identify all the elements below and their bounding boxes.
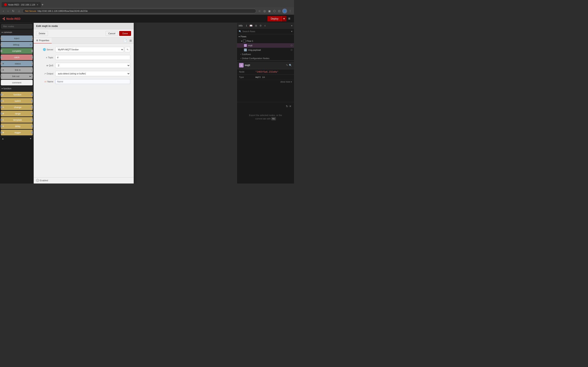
search-flows-bar: 🔍 ▾ — [237, 29, 294, 34]
home-button[interactable]: ⌂ — [17, 8, 21, 13]
node-comment[interactable]: comment — [1, 80, 33, 85]
msgpayload-tree-item[interactable]: ≡ msg.payload — [237, 48, 294, 52]
mqtt-tree-icon: )) — [244, 44, 247, 47]
filter-nodes-input[interactable] — [1, 24, 32, 29]
node-function[interactable]: ƒ function — [1, 92, 33, 98]
node-link-out[interactable]: link out ▶ — [1, 73, 33, 79]
mqtt-tree-label: mqtt — [248, 44, 252, 47]
edit-dialog-actions: Cancel Done — [105, 31, 131, 36]
name-field[interactable] — [55, 79, 130, 84]
rss-icon[interactable]: ◼ — [268, 8, 272, 13]
grid-icon-btn[interactable]: ⊞ — [254, 24, 258, 28]
enabled-checkbox[interactable]: ○ Enabled — [36, 179, 48, 182]
search-flows-input[interactable] — [242, 30, 291, 33]
back-button[interactable]: ‹ — [2, 8, 5, 13]
show-more-btn[interactable]: show more ▾ — [237, 80, 294, 84]
settings-icon-btn[interactable]: ⚙ — [259, 24, 263, 28]
node-switch[interactable]: ⊙ switch — [1, 98, 33, 104]
cancel-button[interactable]: Cancel — [105, 31, 118, 36]
profile-icon[interactable]: ⊡ — [277, 8, 281, 13]
tab-close-btn[interactable]: ✕ — [36, 3, 38, 6]
msgpayload-tree-label: msg.payload — [248, 49, 261, 51]
topic-field[interactable] — [55, 55, 130, 60]
node-trigger[interactable]: ⊠ trigger — [1, 130, 33, 135]
tab-title: Node-RED : 192.168.1.126 — [8, 3, 35, 6]
new-tab-button[interactable]: + — [41, 2, 44, 7]
right-panel-icons: ℹ 📖 ⊞ ⚙ ≡ — [245, 24, 267, 28]
msgpayload-tree-dot — [291, 49, 292, 51]
export-close-icon[interactable]: ✕ — [289, 105, 292, 108]
right-dropdown-button[interactable]: ▾ — [291, 24, 292, 27]
subflows-label: Subflows — [242, 53, 251, 55]
palette-nav-down[interactable]: ▼ — [29, 137, 32, 140]
right-panel-header: info ℹ 📖 ⊞ ⚙ ≡ ▾ — [237, 23, 294, 29]
reload-button[interactable]: ↻ — [11, 8, 16, 13]
subflows-item[interactable]: › Subflows — [237, 52, 294, 56]
edit-dialog-title: Edit mqtt in node — [36, 25, 58, 27]
delete-button[interactable]: Delete — [36, 31, 48, 36]
global-config-item[interactable]: › Global Configuration Nodes — [237, 56, 294, 60]
global-config-arrow: › — [240, 57, 241, 59]
delay-port-left — [1, 125, 2, 127]
edit-form: 🌐 Server MyRPi-MQTT-broker ✎ — [34, 44, 134, 87]
catch-port-right — [31, 56, 33, 58]
user-avatar[interactable]: 👤 — [282, 8, 287, 13]
hamburger-menu-button[interactable]: ≡ — [286, 17, 292, 21]
address-bar[interactable]: Not Secure http://192.168.1.126:1880/#fl… — [22, 9, 256, 13]
extension-icon[interactable]: ⬡ — [272, 8, 277, 13]
server-select[interactable]: MyRPi-MQTT-broker — [55, 47, 124, 52]
output-select[interactable]: auto-detect (string or buffer) — [55, 71, 130, 76]
menu-icon[interactable]: ⋮ — [288, 8, 292, 13]
bookmark-icon[interactable]: ☆ — [258, 8, 262, 13]
common-section-header[interactable]: ▾ common — [0, 30, 34, 35]
node-debug[interactable]: debug ≡ — [1, 42, 33, 48]
info-tab-label: info — [239, 24, 242, 27]
book-icon-btn[interactable]: 📖 — [249, 24, 254, 28]
forward-button[interactable]: › — [6, 8, 10, 13]
toolbar-icons: ☆ ◎ ◼ ⬡ ⊡ 👤 ⋮ — [258, 8, 292, 13]
list-icon-btn[interactable]: ≡ — [263, 24, 267, 28]
node-complete[interactable]: complete — [1, 48, 33, 54]
info-search-icon-btn[interactable]: 🔍 — [289, 64, 292, 67]
qos-select[interactable]: 2 — [55, 63, 130, 68]
function-section-label: function — [3, 87, 11, 90]
function-section-header[interactable]: ▾ function — [0, 86, 34, 91]
node-template[interactable]: {} template — [1, 117, 33, 123]
flows-tree: ▾ Flows ▾ Flow 1 )) mqtt — [237, 34, 294, 60]
node-status[interactable]: ⊕ status — [1, 61, 33, 67]
debug-port-left — [1, 44, 2, 46]
edit-description-icon[interactable]: 📄 — [123, 39, 128, 43]
node-delay[interactable]: ⊘ delay — [1, 123, 33, 129]
info-edit-icon-btn[interactable]: ✎ — [286, 64, 288, 67]
trigger-port-right — [31, 132, 33, 133]
function-port-right — [31, 94, 33, 96]
url-display: http://192.168.1.126:1880/#flow/3da19240… — [38, 10, 88, 12]
server-edit-button[interactable]: ✎ — [125, 47, 130, 52]
edit-appearance-icon[interactable]: ⊞ — [129, 39, 133, 43]
export-refresh-icon[interactable]: ↻ — [286, 105, 288, 108]
active-tab[interactable]: Node-RED : 192.168.1.126 ✕ — [2, 2, 41, 7]
palette-nav-up[interactable]: ▲ — [2, 137, 4, 140]
node-inject[interactable]: inject — [1, 35, 33, 41]
flows-section-header[interactable]: ▾ Flows — [237, 34, 294, 39]
node-range[interactable]: ⊞ range — [1, 111, 33, 117]
range-port-left — [1, 113, 2, 115]
deploy-dropdown-button[interactable]: ▾ — [282, 16, 286, 21]
done-button[interactable]: Done — [119, 31, 131, 36]
info-node-row: Node "2465f5a6.232a0a" — [237, 69, 294, 75]
info-icon-btn[interactable]: ℹ — [245, 24, 248, 28]
range-port-right — [31, 113, 33, 115]
search-dropdown-icon[interactable]: ▾ — [291, 30, 292, 33]
node-catch[interactable]: catch — [1, 54, 33, 60]
type-val: mqtt in — [253, 75, 294, 80]
output-row: ↗ Output auto-detect (string or buffer) — [37, 71, 130, 76]
app: ⊰ Node-RED Deploy ▾ ≡ ▾ common — [0, 15, 294, 184]
node-change[interactable]: ⊙ change — [1, 104, 33, 110]
circle-icon[interactable]: ◎ — [263, 8, 267, 13]
common-section-label: common — [3, 31, 12, 33]
node-link-in[interactable]: ⊕ link in — [1, 67, 33, 73]
mqtt-tree-item[interactable]: )) mqtt — [237, 43, 294, 48]
flow1-item[interactable]: ▾ Flow 1 — [237, 39, 294, 43]
deploy-button[interactable]: Deploy — [268, 16, 282, 21]
properties-tab[interactable]: ⚙ Properties — [34, 38, 52, 43]
